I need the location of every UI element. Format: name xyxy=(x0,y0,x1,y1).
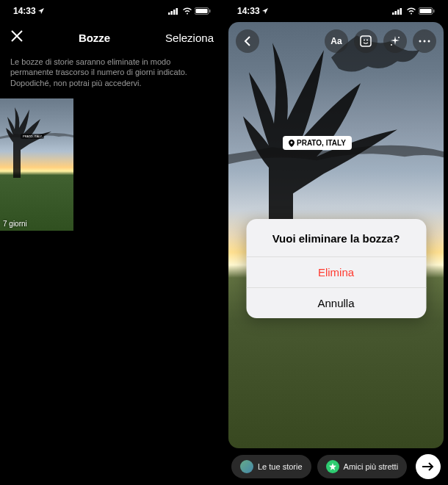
svg-point-12 xyxy=(411,13,412,15)
your-stories-label: Le tue storie xyxy=(258,462,303,471)
status-bar: 14:33 xyxy=(224,0,448,22)
delete-dialog: Vuoi eliminare la bozza? Elimina Annulla xyxy=(246,219,426,318)
cancel-button[interactable]: Annulla xyxy=(246,288,426,318)
text-tool-button[interactable]: Aa xyxy=(325,29,348,53)
status-bar: 14:33 xyxy=(0,0,224,22)
svg-rect-3 xyxy=(176,8,178,15)
sparkle-icon xyxy=(389,35,401,47)
svg-point-23 xyxy=(428,40,430,43)
next-button[interactable] xyxy=(416,454,441,479)
thumb-location-tag: PRATO, ITALY xyxy=(21,134,44,139)
signal-icon xyxy=(168,7,180,15)
svg-point-18 xyxy=(366,40,368,41)
location-text: PRATO, ITALY xyxy=(297,139,346,147)
back-button[interactable] xyxy=(236,29,259,53)
svg-point-22 xyxy=(424,40,426,43)
page-title: Bozze xyxy=(79,32,110,44)
svg-rect-16 xyxy=(361,36,371,46)
header: Bozze Seleziona xyxy=(0,22,224,54)
svg-rect-6 xyxy=(196,9,208,13)
delete-button[interactable]: Elimina xyxy=(246,257,426,288)
svg-point-4 xyxy=(187,13,188,15)
close-friends-button[interactable]: Amici più stretti xyxy=(317,455,408,478)
avatar-icon xyxy=(240,460,253,473)
svg-rect-15 xyxy=(433,10,435,12)
more-icon xyxy=(419,40,430,43)
dialog-title: Vuoi eliminare la bozza? xyxy=(246,219,426,257)
svg-rect-14 xyxy=(420,9,432,13)
close-friends-label: Amici più stretti xyxy=(344,462,399,471)
sticker-button[interactable] xyxy=(354,29,377,53)
svg-rect-8 xyxy=(392,12,394,15)
thumb-days-label: 7 giorni xyxy=(3,220,27,228)
svg-point-20 xyxy=(391,44,392,46)
close-button[interactable] xyxy=(10,29,24,46)
status-time: 14:33 xyxy=(13,6,36,16)
location-arrow-icon xyxy=(37,7,45,15)
close-icon xyxy=(10,29,24,43)
location-sticker[interactable]: PRATO, ITALY xyxy=(283,136,352,150)
svg-rect-0 xyxy=(168,12,170,15)
wifi-icon xyxy=(406,7,416,15)
star-icon xyxy=(326,460,339,473)
arrow-right-icon xyxy=(422,461,435,472)
your-stories-button[interactable]: Le tue storie xyxy=(231,455,311,478)
more-button[interactable] xyxy=(413,29,436,53)
location-arrow-icon xyxy=(261,7,269,15)
story-editor-screen: 14:33 Aa xyxy=(224,0,448,485)
battery-icon xyxy=(419,7,435,15)
status-time: 14:33 xyxy=(237,6,260,16)
chevron-left-icon xyxy=(244,36,251,46)
draft-thumbnail[interactable]: PRATO, ITALY 7 giorni xyxy=(0,98,73,231)
svg-rect-11 xyxy=(400,8,402,15)
svg-rect-7 xyxy=(209,10,211,12)
svg-point-19 xyxy=(398,37,400,38)
pin-icon xyxy=(289,140,295,147)
svg-point-17 xyxy=(364,40,365,41)
wifi-icon xyxy=(182,7,192,15)
story-canvas: Aa PRATO, ITALY Vuoi eliminare la bozza?… xyxy=(228,22,444,448)
select-button[interactable]: Seleziona xyxy=(165,32,214,44)
signal-icon xyxy=(392,7,404,15)
svg-rect-1 xyxy=(171,11,173,15)
sticker-icon xyxy=(359,35,372,48)
battery-icon xyxy=(195,7,211,15)
drafts-description: Le bozze di storie saranno eliminate in … xyxy=(0,54,224,98)
svg-rect-2 xyxy=(173,10,176,15)
svg-point-21 xyxy=(419,40,422,43)
svg-rect-10 xyxy=(397,10,400,15)
share-bar: Le tue storie Amici più stretti xyxy=(224,454,448,479)
svg-rect-9 xyxy=(395,11,397,15)
effects-button[interactable] xyxy=(383,29,407,53)
text-tool-label: Aa xyxy=(330,36,342,46)
drafts-screen: 14:33 Bozze Seleziona Le bozze di storie… xyxy=(0,0,224,485)
